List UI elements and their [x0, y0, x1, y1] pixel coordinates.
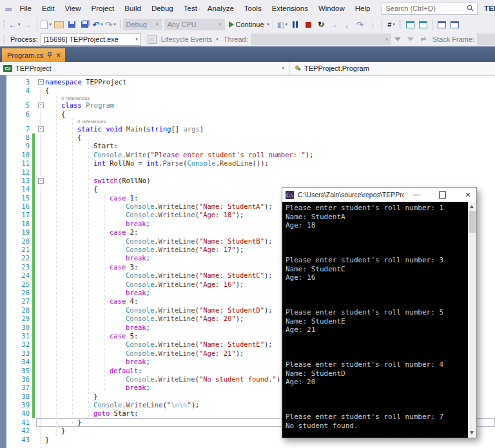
menu-item-test[interactable]: Test	[179, 3, 202, 14]
console-line: Name: StudentE	[286, 317, 468, 326]
restart-icon[interactable]: ↻	[315, 18, 327, 31]
code-text[interactable]: {	[45, 86, 495, 95]
line-number: 15	[0, 194, 32, 202]
stop-debugging-icon[interactable]	[302, 18, 314, 31]
console-line	[286, 343, 468, 352]
console-title-bar[interactable]: C:\ C:\Users\Zain\source\repos\TEPProj..…	[282, 188, 476, 202]
console-line: Name: StudentC	[286, 265, 468, 274]
breakpoints-window-icon[interactable]	[404, 18, 416, 31]
minimize-icon[interactable]	[413, 195, 420, 195]
console-line: Please enter student's roll number: 1	[286, 204, 468, 213]
menu-item-extensions[interactable]: Extensions	[267, 3, 313, 14]
fold-margin	[36, 228, 45, 237]
code-text[interactable]: {	[45, 110, 495, 119]
code-text[interactable]: namespace TEPProject	[45, 78, 495, 86]
code-text[interactable]: static void Main(string[] args)	[45, 125, 495, 133]
scrollbar-thumb[interactable]	[469, 211, 476, 233]
console-window[interactable]: C:\ C:\Users\Zain\source\repos\TEPProj..…	[282, 187, 477, 438]
menu-item-analyze[interactable]: Analyze	[202, 3, 239, 14]
console-line: Please enter student's roll number: 4	[286, 360, 468, 369]
toolbar-grip[interactable]	[399, 20, 401, 29]
menu-item-tools[interactable]: Tools	[239, 3, 267, 14]
line-number: 9	[0, 142, 32, 150]
close-icon[interactable]: ×	[465, 190, 471, 199]
class-icon	[293, 63, 301, 74]
menu-item-view[interactable]: View	[60, 3, 86, 14]
fold-collapse-icon[interactable]: -	[38, 79, 44, 85]
stack-frame-dropdown	[477, 34, 495, 45]
code-text[interactable]: int RollNo = int.Parse(Console.ReadLine(…	[45, 159, 495, 168]
menu-item-edit[interactable]: Edit	[37, 3, 60, 14]
line-number: 5	[0, 101, 32, 110]
type-dropdown[interactable]: TEPProject.Program	[289, 62, 495, 75]
diagnostics-icon[interactable]: ◧▾	[277, 18, 288, 31]
code-line: 4{	[0, 86, 495, 95]
code-text[interactable]: switch(RollNo)	[45, 177, 495, 185]
watch-window-icon[interactable]	[449, 18, 460, 31]
code-text[interactable]: {	[45, 133, 495, 142]
scroll-up-icon[interactable]	[470, 205, 474, 208]
console-line	[286, 352, 468, 361]
fold-margin	[36, 142, 45, 150]
line-number: 42	[0, 427, 32, 435]
line-number: 20	[0, 237, 32, 246]
menu-item-window[interactable]: Window	[313, 3, 350, 14]
console-app-icon: C:\	[286, 191, 294, 199]
project-dropdown[interactable]: C# TEPProject ▾	[0, 62, 289, 75]
tab-program-cs[interactable]: Program.cs ×	[2, 48, 65, 62]
undo-icon[interactable]: ↶▾	[92, 18, 104, 31]
break-all-icon[interactable]	[289, 18, 301, 31]
console-line: Name: StudentA	[286, 213, 468, 222]
codelens-references[interactable]: 0 references	[45, 119, 495, 125]
indent-guide	[56, 95, 57, 436]
menu-item-file[interactable]: File	[14, 3, 37, 14]
code-line: 3-namespace TEPProject	[0, 78, 495, 86]
console-line: Age: 20	[286, 378, 468, 387]
close-tab-icon[interactable]: ×	[56, 52, 61, 59]
menu-item-help[interactable]: Help	[350, 3, 376, 14]
console-line	[286, 248, 468, 257]
pin-icon[interactable]	[47, 52, 52, 59]
menu-item-build[interactable]: Build	[119, 3, 146, 14]
console-line	[286, 387, 468, 396]
locals-window-icon[interactable]	[436, 18, 447, 31]
lifecycle-events-icon: □	[146, 33, 158, 46]
console-scrollbar[interactable]	[468, 202, 476, 438]
save-icon[interactable]	[66, 18, 78, 31]
fold-collapse-icon[interactable]: -	[38, 178, 44, 184]
lifecycle-events-label: Lifecycle Events	[161, 35, 212, 43]
process-dropdown[interactable]: [15696] TEPProject.exe▾	[41, 33, 141, 46]
fold-collapse-icon[interactable]: -	[38, 102, 44, 108]
maximize-icon[interactable]	[439, 191, 446, 199]
code-text[interactable]	[45, 168, 495, 177]
fold-collapse-icon[interactable]: -	[38, 126, 44, 132]
open-file-icon[interactable]	[53, 18, 65, 31]
code-line: 11int RollNo = int.Parse(Console.ReadLin…	[0, 159, 495, 168]
toolbar-grip[interactable]	[3, 35, 5, 44]
navigate-forward-icon: →	[22, 18, 34, 31]
search-input[interactable]: Search (Ctrl+Q)	[382, 3, 478, 15]
console-line	[286, 300, 468, 309]
hexadecimal-display-icon[interactable]: #▾	[385, 18, 397, 31]
fold-margin	[36, 110, 45, 119]
indent-guide	[72, 119, 73, 427]
scroll-down-icon[interactable]	[470, 431, 474, 434]
step-into-icon: ↓	[341, 18, 353, 31]
codelens-references[interactable]: 0 references	[45, 95, 495, 102]
navigate-back-icon[interactable]: ←▾	[8, 18, 21, 31]
code-text[interactable]: Start:	[45, 142, 495, 150]
toolbar-grip[interactable]	[3, 20, 5, 29]
code-text[interactable]: class Program	[45, 101, 495, 110]
immediate-window-icon[interactable]	[417, 18, 429, 31]
fold-margin	[36, 280, 45, 289]
save-all-icon[interactable]	[79, 18, 91, 31]
code-text[interactable]: Console.Write("Please enter student's ro…	[45, 151, 495, 159]
continue-button[interactable]: Continue ▾	[229, 18, 270, 31]
line-number: 3	[0, 78, 32, 86]
menu-item-debug[interactable]: Debug	[146, 3, 179, 14]
solution-platform-dropdown: Any CPU▾	[164, 19, 225, 30]
line-number: 32	[0, 340, 32, 349]
console-line: No student found.	[286, 422, 468, 431]
menu-item-project[interactable]: Project	[86, 3, 120, 14]
search-placeholder: Search (Ctrl+Q)	[385, 5, 435, 12]
